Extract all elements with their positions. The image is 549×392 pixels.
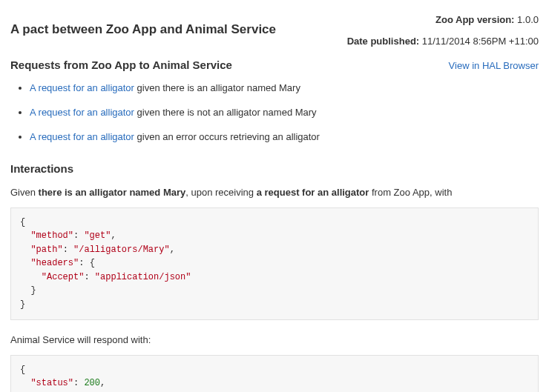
request-text: given there is not an alligator named Ma…	[134, 107, 317, 118]
request-text: given an error occurs retrieving an alli…	[134, 131, 320, 142]
version-value: 1.0.0	[517, 14, 539, 25]
date-label: Date published:	[347, 36, 420, 47]
list-item: A request for an alligator given there i…	[30, 106, 539, 120]
request-link[interactable]: A request for an alligator	[30, 107, 134, 118]
requests-list: A request for an alligator given there i…	[10, 82, 539, 144]
response-code-block: { "status": 200, "headers": { "Content-T…	[10, 355, 539, 392]
date-line: Date published: 11/11/2014 8:56PM +11:00	[347, 35, 539, 49]
request-link[interactable]: A request for an alligator	[30, 131, 134, 142]
date-value: 11/11/2014 8:56PM +11:00	[422, 36, 539, 47]
respond-line: Animal Service will respond with:	[10, 333, 539, 348]
list-item: A request for an alligator given there i…	[30, 82, 539, 96]
list-item: A request for an alligator given an erro…	[30, 130, 539, 144]
upon-text: , upon receiving	[185, 187, 256, 198]
version-label: Zoo App version:	[435, 14, 514, 25]
interactions-heading: Interactions	[10, 161, 539, 177]
given-prefix: Given	[10, 187, 39, 198]
interaction-sentence: Given there is an alligator named Mary, …	[10, 186, 539, 200]
page-root: Zoo App version: 1.0.0 Date published: 1…	[0, 0, 549, 392]
request-code-block: { "method": "get", "path": "/alligators/…	[10, 207, 539, 320]
meta-block: Zoo App version: 1.0.0 Date published: 1…	[347, 13, 539, 73]
given-state: there is an alligator named Mary	[39, 187, 186, 198]
request-link[interactable]: A request for an alligator	[30, 82, 134, 93]
request-text: given there is an alligator named Mary	[134, 82, 300, 93]
request-name: a request for an alligator	[257, 187, 369, 198]
version-line: Zoo App version: 1.0.0	[347, 13, 539, 27]
hal-browser-link[interactable]: View in HAL Browser	[449, 59, 539, 73]
from-suffix: from Zoo App, with	[369, 187, 452, 198]
